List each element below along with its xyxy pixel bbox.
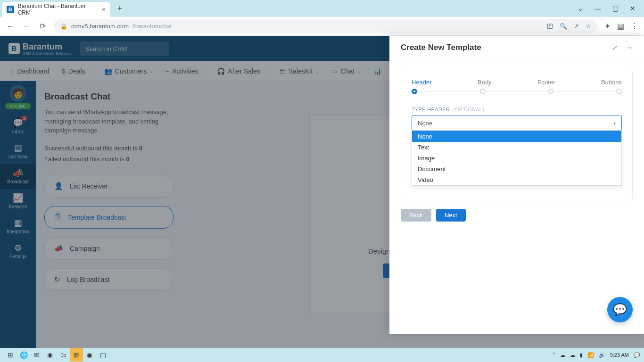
option-image[interactable]: Image bbox=[412, 153, 621, 164]
panel-body: Header Body Footer Buttons TYPE HEADER (… bbox=[389, 59, 644, 232]
system-tray: ˄ ☁ ☁ ▮ 📶 🔊 9:23 AM 💬 bbox=[553, 352, 640, 358]
tray-wifi-icon[interactable]: 📶 bbox=[587, 352, 594, 358]
tab-title: Barantum Chat - Barantum CRM bbox=[18, 3, 98, 16]
tray-clock[interactable]: 9:23 AM bbox=[610, 352, 629, 358]
new-tab-button[interactable]: + bbox=[113, 2, 126, 15]
select-value: None bbox=[418, 120, 432, 127]
close-window-icon[interactable]: ✕ bbox=[630, 5, 636, 12]
minimize-icon[interactable]: — bbox=[594, 5, 601, 12]
step-dot-active bbox=[412, 89, 417, 94]
wizard-steps: Header Body Footer Buttons bbox=[412, 79, 622, 86]
window-controls: ⌄ — ▢ ✕ bbox=[578, 5, 642, 12]
forward-icon[interactable]: → bbox=[22, 22, 31, 31]
favicon: B bbox=[7, 6, 14, 13]
next-button[interactable]: Next bbox=[436, 209, 466, 222]
key-icon[interactable]: ⚿ bbox=[547, 23, 553, 30]
taskbar-chrome2-icon[interactable]: ◉ bbox=[83, 348, 96, 362]
wizard-dots bbox=[412, 89, 622, 94]
taskbar-app-icon[interactable]: ▦ bbox=[70, 348, 83, 362]
tray-volume-icon[interactable]: 🔊 bbox=[599, 352, 605, 358]
tab-close-icon[interactable]: × bbox=[102, 6, 106, 13]
create-template-panel: Create New Template ⤢ → Header Body Foot… bbox=[389, 36, 644, 334]
app-root: B Barantum CRM & Call Center Solutions S… bbox=[0, 36, 644, 348]
lock-icon: 🔒 bbox=[60, 23, 67, 30]
star-icon[interactable]: ☆ bbox=[586, 23, 591, 30]
address-bar: ← → ⟳ 🔒 crmv5.barantum.com/barantumchat … bbox=[0, 17, 644, 36]
zoom-icon[interactable]: 🔍 bbox=[560, 23, 567, 30]
taskbar-mail-icon[interactable]: ✉ bbox=[30, 348, 43, 362]
reload-icon[interactable]: ⟳ bbox=[38, 22, 47, 31]
tray-battery-icon[interactable]: ▮ bbox=[580, 352, 583, 358]
taskbar-edge-icon[interactable]: 🌐 bbox=[17, 348, 30, 362]
chevron-down-icon[interactable]: ⌄ bbox=[578, 5, 583, 12]
browser-tab[interactable]: B Barantum Chat - Barantum CRM × bbox=[2, 2, 110, 17]
type-header-dropdown: None Text Image Document Video bbox=[412, 131, 622, 186]
tray-cloud-icon[interactable]: ☁ bbox=[570, 352, 575, 358]
tray-onedrive-icon[interactable]: ☁ bbox=[560, 352, 565, 358]
url-host: crmv5.barantum.com bbox=[71, 23, 129, 30]
url-path: /barantumchat bbox=[132, 23, 172, 30]
caret-icon: ▾ bbox=[613, 121, 616, 126]
share-icon[interactable]: ↗ bbox=[574, 23, 579, 30]
wizard-buttons: Back Next bbox=[401, 209, 633, 222]
close-panel-icon[interactable]: → bbox=[626, 43, 633, 52]
option-document[interactable]: Document bbox=[412, 164, 621, 174]
windows-taskbar: ⊞ 🌐 ✉ ◉ 🗂 ▦ ◉ ▢ ˄ ☁ ☁ ▮ 📶 🔊 9:23 AM 💬 bbox=[0, 348, 644, 362]
maximize-icon[interactable]: ▢ bbox=[612, 5, 619, 12]
taskbar-files-icon[interactable]: 🗂 bbox=[57, 348, 70, 362]
step-dot bbox=[548, 89, 553, 94]
extensions-icon[interactable]: ✦ bbox=[604, 22, 611, 31]
option-none[interactable]: None bbox=[412, 131, 621, 142]
taskbar-zoom-icon[interactable]: ▢ bbox=[96, 348, 109, 362]
browser-tabstrip: B Barantum Chat - Barantum CRM × + ⌄ — ▢… bbox=[0, 0, 644, 17]
url-input[interactable]: 🔒 crmv5.barantum.com/barantumchat ⚿ 🔍 ↗ … bbox=[54, 19, 598, 33]
option-video[interactable]: Video bbox=[412, 174, 621, 185]
wizard-box: Header Body Footer Buttons TYPE HEADER (… bbox=[401, 70, 633, 200]
step-dot bbox=[616, 89, 622, 94]
step-dot bbox=[480, 89, 486, 94]
option-text[interactable]: Text bbox=[412, 142, 621, 153]
type-header-label: TYPE HEADER (OPTIONAL) bbox=[412, 107, 622, 112]
back-button[interactable]: Back bbox=[401, 209, 431, 222]
taskbar-chrome-icon[interactable]: ◉ bbox=[43, 348, 57, 362]
menu-icon[interactable]: ⋮ bbox=[631, 22, 638, 31]
back-icon[interactable]: ← bbox=[6, 22, 15, 31]
start-button[interactable]: ⊞ bbox=[4, 348, 17, 362]
tray-notifications-icon[interactable]: 💬 bbox=[634, 352, 640, 358]
step-header[interactable]: Header bbox=[412, 79, 432, 86]
step-body[interactable]: Body bbox=[478, 79, 492, 86]
type-header-select[interactable]: None ▾ bbox=[412, 115, 622, 131]
step-footer[interactable]: Footer bbox=[537, 79, 555, 86]
panel-title: Create New Template bbox=[401, 43, 481, 52]
expand-icon[interactable]: ⤢ bbox=[612, 43, 618, 52]
intercom-launcher[interactable]: 💬 bbox=[607, 297, 633, 322]
step-buttons[interactable]: Buttons bbox=[601, 79, 622, 86]
panel-header: Create New Template ⤢ → bbox=[389, 36, 644, 59]
sidepanel-icon[interactable]: ▤ bbox=[617, 22, 624, 31]
tray-chevron-icon[interactable]: ˄ bbox=[553, 352, 555, 358]
